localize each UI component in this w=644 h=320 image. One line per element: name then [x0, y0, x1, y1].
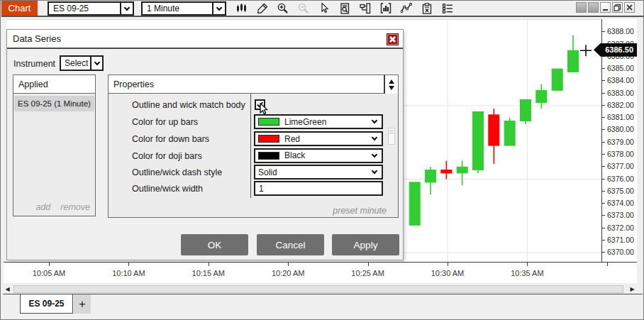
window-grid-1-button[interactable] [576, 2, 587, 13]
price-tick [602, 129, 605, 130]
price-tick [602, 80, 605, 81]
cancel-button[interactable]: Cancel [257, 234, 324, 255]
price-label: 6376.00 [607, 175, 634, 183]
chevron-down-icon [372, 135, 377, 140]
property-row: Outline/wick dash style Solid [109, 165, 398, 180]
price-tick [602, 215, 605, 216]
time-axis[interactable]: 10:05 AM10:10 AM10:15 AM10:20 AM10:25 AM… [4, 262, 637, 283]
scroll-down-icon[interactable] [389, 86, 394, 90]
time-tick [448, 263, 448, 266]
remove-link[interactable]: remove [60, 202, 90, 212]
color-swatch [258, 118, 279, 126]
dialog-close-button[interactable] [387, 33, 399, 45]
toolbar-icons [235, 1, 454, 16]
time-label: 10:10 AM [104, 269, 153, 277]
scroll-thumb[interactable] [13, 285, 623, 293]
price-tick [602, 179, 605, 180]
scroll-left-button[interactable]: ◀ [3, 285, 12, 294]
chart-trader-icon[interactable] [359, 2, 372, 15]
price-tick [602, 68, 605, 69]
instrument-combobox[interactable]: ES 09-25 [48, 1, 134, 16]
close-icon [389, 35, 396, 43]
chevron-down-icon[interactable] [90, 57, 102, 70]
price-label: 6383.00 [607, 89, 634, 97]
strategies-icon[interactable] [421, 2, 433, 15]
tab-row: ES 09-25 + [3, 294, 643, 314]
chart-tab[interactable]: Chart [1, 1, 38, 16]
time-tick [607, 263, 608, 266]
zoom-in-icon[interactable] [277, 2, 289, 15]
time-tick [527, 263, 528, 266]
property-row: Color for doji bars Black [109, 148, 398, 164]
color-swatch [258, 135, 279, 143]
dash-style-select[interactable]: Solid [254, 165, 383, 180]
candle [457, 167, 467, 173]
properties-header: Properties [109, 75, 398, 94]
time-label: 10:30 AM [423, 269, 472, 277]
price-label: 6373.00 [607, 211, 634, 219]
line-study-icon[interactable] [400, 2, 413, 15]
color-swatch [258, 152, 279, 160]
chevron-down-icon [372, 151, 377, 157]
window-grid-2-button[interactable] [588, 2, 599, 13]
horizontal-scrollbar[interactable]: ◀ ▶ [3, 285, 637, 294]
preset-link[interactable]: preset minute [333, 206, 387, 216]
instrument-select-combo[interactable]: Select [60, 55, 104, 71]
mouse-cursor-icon [259, 103, 270, 116]
chevron-down-icon[interactable] [120, 3, 133, 14]
applied-item[interactable]: ES 09-25 (1 Minute) [14, 96, 94, 111]
chevron-down-icon[interactable] [212, 3, 225, 14]
add-tab-button[interactable]: + [74, 294, 91, 314]
price-tick [602, 240, 605, 241]
scroll-up-icon[interactable] [389, 79, 394, 84]
price-label: 6382.00 [607, 101, 634, 109]
candle [409, 182, 420, 225]
chart-style-icon[interactable] [235, 2, 248, 15]
property-label: Color for up bars [132, 114, 198, 130]
properties-list-icon[interactable] [441, 2, 454, 15]
interval-combobox-value: 1 Minute [143, 3, 212, 14]
last-price-marker: 6386.50 [594, 43, 637, 57]
price-tick [602, 252, 605, 253]
property-row: Color for up bars LimeGreen [109, 114, 398, 130]
candle [441, 170, 452, 173]
price-label: 6370.00 [607, 248, 634, 256]
price-label: 6372.00 [607, 224, 634, 232]
add-link[interactable]: add [35, 202, 50, 212]
applied-header: Applied [13, 75, 95, 94]
indicators-icon[interactable] [379, 2, 392, 15]
price-label: 6379.00 [607, 138, 634, 146]
minimize-button[interactable] [600, 2, 611, 13]
property-row: Color for down bars Red [109, 131, 398, 147]
scroll-right-button[interactable]: ▶ [628, 285, 637, 294]
cursor-icon[interactable] [318, 2, 331, 15]
properties-scroll-spinner[interactable] [384, 75, 398, 94]
up-bar-color-select[interactable]: LimeGreen [254, 114, 383, 129]
close-button[interactable] [624, 2, 635, 13]
candle [473, 112, 484, 170]
price-label: 6375.00 [607, 187, 634, 195]
property-row: Outline and wick match body [109, 97, 398, 113]
wick-width-input[interactable] [254, 181, 383, 196]
properties-scrollbar-thumb[interactable] [388, 128, 395, 145]
price-label: 6378.00 [607, 150, 634, 158]
doji-bar-color-select[interactable]: Black [254, 148, 383, 163]
price-label: 6388.00 [607, 27, 634, 35]
candle [521, 99, 531, 121]
chart-toolbar: Chart ES 09-25 1 Minute [1, 1, 643, 17]
time-tick [288, 263, 289, 266]
apply-button[interactable]: Apply [332, 234, 399, 255]
data-box-icon[interactable] [338, 2, 351, 15]
maximize-button[interactable] [612, 2, 623, 13]
interval-combobox[interactable]: 1 Minute [141, 1, 226, 16]
drawing-tools-icon[interactable] [256, 2, 269, 15]
candle [568, 50, 579, 72]
zoom-out-icon[interactable] [297, 2, 310, 15]
tab-es-09-25[interactable]: ES 09-25 [20, 294, 73, 314]
price-tick [602, 105, 605, 106]
price-label: 6374.00 [607, 199, 634, 207]
dialog-titlebar[interactable]: Data Series [7, 30, 403, 49]
ok-button[interactable]: OK [181, 234, 248, 255]
price-tick [602, 117, 605, 118]
down-bar-color-select[interactable]: Red [254, 131, 383, 146]
